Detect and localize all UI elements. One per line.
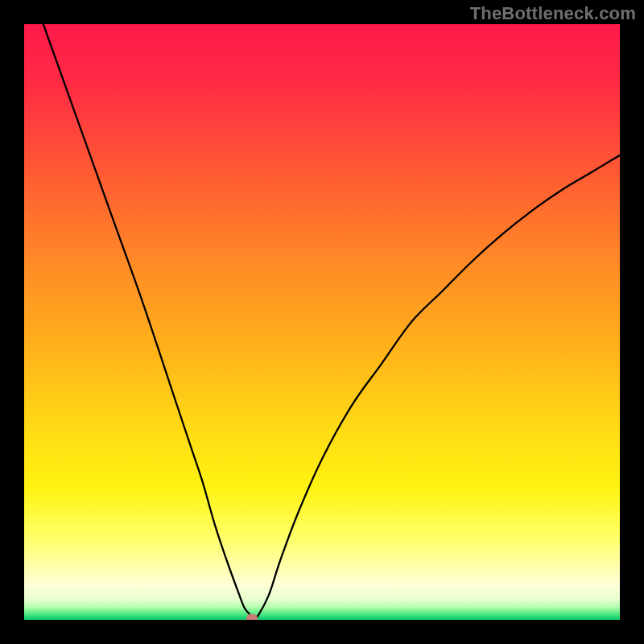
plot-area [24,24,620,620]
chart-frame: TheBottleneck.com [0,0,644,644]
watermark-text: TheBottleneck.com [470,3,636,24]
optimal-point-marker [246,614,258,620]
bottleneck-curve [24,24,620,620]
